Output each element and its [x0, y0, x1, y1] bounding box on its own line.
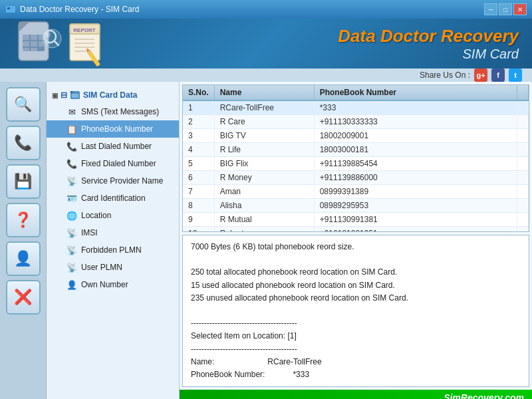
- sidebar-item-fixeddialed-label: Fixed Dialed Number: [81, 159, 156, 168]
- sidebar-item-userplmn[interactable]: 📡 User PLMN: [47, 259, 179, 276]
- app-title: Data Doctor Recovery: [338, 26, 519, 47]
- sms-icon: ✉: [66, 106, 77, 117]
- search-toolbar-btn[interactable]: 🔍: [6, 87, 41, 122]
- sidebar-item-serviceprovider-label: Service Provider Name: [81, 176, 163, 186]
- table-header: S.No. Name PhoneBook Number: [183, 85, 529, 100]
- info-line4: 15 used allocated phonebook reord locati…: [191, 279, 521, 292]
- cell-sno: 9: [183, 213, 214, 227]
- svg-rect-29: [72, 94, 78, 98]
- sidebar-item-forbiddenplmn-label: Forbidden PLMN: [81, 245, 142, 255]
- cell-number: +911130991381: [314, 213, 517, 227]
- cell-name: Alisha: [214, 199, 314, 213]
- maximize-button[interactable]: □: [499, 3, 512, 15]
- table-row[interactable]: 1 RCare-TollFree *333: [183, 100, 529, 115]
- header-title-area: Data Doctor Recovery SIM Card: [338, 26, 519, 62]
- sidebar-item-lastdialed[interactable]: 📞 Last Dialed Number: [47, 138, 179, 155]
- sidebar-item-sms[interactable]: ✉ SMS (Text Messages): [47, 103, 179, 120]
- sidebar-root-label: SIM Card Data: [83, 90, 137, 100]
- fixeddialed-icon: 📞: [66, 158, 77, 169]
- title-text: Data Doctor Recovery - SIM Card: [20, 5, 139, 14]
- info-number-row: PhoneBook Number: *333: [191, 368, 521, 381]
- serviceprovider-icon: 📡: [66, 176, 77, 186]
- sidebar-item-cardid[interactable]: 🪪 Card Identification: [47, 190, 179, 207]
- google-share-icon[interactable]: g+: [474, 68, 487, 82]
- table-row[interactable]: 2 R Care +911130333333: [183, 115, 529, 129]
- cell-sno: 8: [183, 199, 214, 213]
- sidebar-item-fixeddialed[interactable]: 📞 Fixed Dialed Number: [47, 155, 179, 172]
- twitter-share-icon[interactable]: t: [509, 68, 522, 82]
- table-row[interactable]: 6 R Money +911139886000: [183, 171, 529, 185]
- sidebar-item-phonebook[interactable]: 📋 PhoneBook Number: [47, 120, 179, 138]
- cell-name: BIG Flix: [214, 157, 314, 171]
- close-button[interactable]: ✕: [513, 3, 527, 15]
- svg-rect-6: [31, 35, 37, 40]
- save-toolbar-btn[interactable]: 💾: [6, 164, 41, 199]
- minimize-button[interactable]: ─: [484, 3, 497, 15]
- table-row[interactable]: 9 R Mutual +911130991381: [183, 213, 529, 227]
- cell-pad: [517, 129, 529, 143]
- cell-name: R Care: [214, 115, 314, 129]
- cell-number: +911139886000: [314, 171, 517, 185]
- cell-pad: [517, 115, 529, 129]
- cell-name: R Mutual: [214, 213, 314, 227]
- svg-rect-11: [23, 48, 29, 51]
- sidebar-item-imsi[interactable]: 📡 IMSI: [47, 224, 179, 241]
- table-scroll-area[interactable]: S.No. Name PhoneBook Number 1 RCare-Toll…: [183, 85, 529, 231]
- tree-root-label: ⊟: [61, 90, 67, 100]
- sidebar-item-imsi-label: IMSI: [81, 228, 98, 237]
- info-divider2: ----------------------------------------: [191, 343, 521, 356]
- brand-text: SimRecovery.com: [444, 392, 524, 399]
- svg-rect-1: [7, 7, 10, 9]
- cell-sno: 2: [183, 115, 214, 129]
- cell-name: R Life: [214, 143, 314, 157]
- phone-toolbar-btn[interactable]: 📞: [6, 126, 41, 160]
- info-number-label: PhoneBook Number:: [191, 368, 265, 381]
- cell-name: RCare-TollFree: [214, 100, 314, 115]
- sidebar-item-serviceprovider[interactable]: 📡 Service Provider Name: [47, 172, 179, 190]
- sim-card-graphic: [13, 19, 63, 68]
- table-row[interactable]: 3 BIG TV 18002009001: [183, 129, 529, 143]
- table-row[interactable]: 5 BIG Flix +911139885454: [183, 157, 529, 171]
- cell-number: +911130333333: [314, 115, 517, 129]
- sidebar-item-cardid-label: Card Identification: [81, 194, 146, 203]
- close-toolbar-btn[interactable]: ❌: [6, 280, 41, 315]
- info-panel: 7000 Bytes (6 KB) total phonebook reord …: [182, 235, 529, 387]
- sidebar-item-ownnumber[interactable]: 👤 Own Number: [47, 276, 179, 293]
- table-body: 1 RCare-TollFree *333 2 R Care +91113033…: [183, 100, 529, 231]
- sidebar-item-ownnumber-label: Own Number: [81, 280, 128, 289]
- location-icon: 🌐: [66, 210, 77, 221]
- cell-name: Robert: [214, 227, 314, 232]
- forbiddenplmn-icon: 📡: [66, 245, 77, 255]
- info-number-value: *333: [293, 368, 309, 381]
- svg-rect-0: [6, 6, 15, 13]
- imsi-icon: 📡: [66, 227, 77, 238]
- cell-pad: [517, 157, 529, 171]
- info-name-value: RCare-TollFree: [267, 356, 321, 368]
- info-line1: 7000 Bytes (6 KB) total phonebook reord …: [191, 241, 521, 253]
- facebook-share-icon[interactable]: f: [491, 68, 505, 82]
- userplmn-icon: 📡: [66, 262, 77, 273]
- share-bar: Share Us On : g+ f t: [0, 68, 532, 82]
- info-line7: Selected Item on Location: [1]: [191, 330, 521, 342]
- sidebar-item-location[interactable]: 🌐 Location: [47, 207, 179, 224]
- table-row[interactable]: 4 R Life 18003000181: [183, 143, 529, 157]
- table-row[interactable]: 10 Robert +916181981951: [183, 227, 529, 232]
- sidebar-item-forbiddenplmn[interactable]: 📡 Forbidden PLMN: [47, 241, 179, 259]
- cell-name: Aman: [214, 185, 314, 199]
- cell-sno: 6: [183, 171, 214, 185]
- cell-pad: [517, 213, 529, 227]
- svg-rect-5: [23, 35, 29, 40]
- cell-sno: 1: [183, 100, 214, 115]
- sidebar-item-location-label: Location: [81, 211, 111, 220]
- table-row[interactable]: 8 Alisha 08989295953: [183, 199, 529, 213]
- cell-pad: [517, 171, 529, 185]
- cell-number: +911139885454: [314, 157, 517, 171]
- table-row[interactable]: 7 Aman 08999391389: [183, 185, 529, 199]
- cell-pad: [517, 227, 529, 232]
- help-toolbar-btn[interactable]: ❓: [6, 203, 41, 237]
- sidebar-item-userplmn-label: User PLMN: [81, 263, 122, 272]
- info-name-label: Name:: [191, 356, 214, 368]
- user-toolbar-btn[interactable]: 👤: [6, 241, 41, 276]
- sim-tree-icon: [70, 90, 80, 100]
- sidebar: ▣ ⊟ SIM Card Data ✉ SMS (Text Messages) …: [47, 82, 180, 399]
